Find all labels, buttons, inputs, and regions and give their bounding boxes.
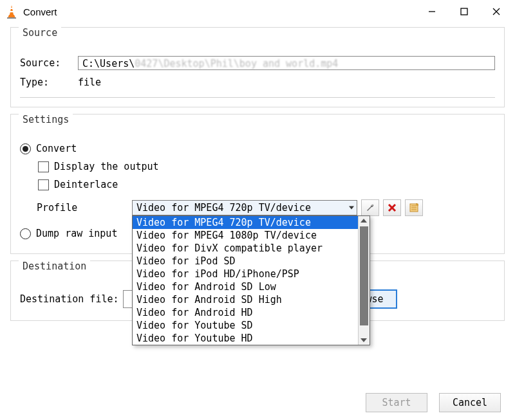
new-profile-icon — [409, 203, 419, 213]
window-title: Convert — [23, 6, 57, 17]
scroll-thumb[interactable] — [360, 226, 368, 325]
profile-option[interactable]: Video for Youtube HD — [133, 332, 358, 345]
source-group: Source Source: C:\Users\0427\Desktop\Phi… — [10, 27, 505, 107]
title-bar: Convert — [0, 0, 515, 23]
profile-option[interactable]: Video for DivX compatible player — [133, 242, 358, 255]
profile-option[interactable]: Video for Android HD — [133, 306, 358, 319]
profile-option[interactable]: Video for Android SD High — [133, 293, 358, 306]
source-legend: Source — [19, 27, 61, 39]
deinterlace-label: Deinterlace — [54, 179, 118, 190]
destination-file-label: Destination file: — [20, 293, 119, 305]
convert-radio-label: Convert — [36, 143, 77, 154]
display-output-checkbox[interactable] — [38, 161, 49, 172]
svg-rect-1 — [10, 8, 13, 9]
settings-legend: Settings — [19, 114, 73, 125]
dump-raw-label: Dump raw input — [36, 228, 117, 239]
source-path-blurred: 0427\Desktop\Phil\boy and world.mp4 — [135, 58, 338, 69]
new-profile-button[interactable] — [405, 199, 423, 216]
wrench-icon — [365, 203, 375, 213]
minimize-button[interactable] — [416, 1, 448, 22]
deinterlace-checkbox[interactable] — [38, 179, 49, 190]
profile-combo[interactable]: Video for MPEG4 720p TV/device Video for… — [132, 200, 357, 215]
svg-rect-2 — [10, 11, 14, 12]
type-label: Type: — [20, 77, 78, 88]
svg-marker-15 — [417, 203, 418, 205]
source-path-prefix: C:\Users\ — [82, 58, 135, 69]
scroll-up-icon[interactable] — [360, 219, 367, 223]
profile-option[interactable]: Video for Android SD Low — [133, 280, 358, 293]
type-value: file — [78, 77, 101, 88]
dialog-buttons: Start Cancel — [366, 393, 501, 412]
scroll-down-icon[interactable] — [360, 338, 367, 342]
profile-option[interactable]: Video for MPEG4 720p TV/device — [133, 216, 358, 229]
window-controls — [416, 1, 512, 22]
source-label: Source: — [20, 57, 78, 69]
display-output-label: Display the output — [54, 161, 159, 172]
cancel-button[interactable]: Cancel — [439, 393, 501, 412]
delete-profile-button[interactable] — [383, 199, 401, 216]
profile-option[interactable]: Video for Youtube SD — [133, 319, 358, 332]
convert-radio[interactable] — [20, 143, 31, 154]
destination-legend: Destination — [19, 260, 90, 272]
edit-profile-button[interactable] — [361, 199, 379, 216]
svg-marker-0 — [10, 5, 14, 15]
source-divider — [20, 97, 495, 98]
profile-option[interactable]: Video for iPod HD/iPhone/PSP — [133, 268, 358, 280]
svg-rect-6 — [461, 8, 467, 15]
start-button[interactable]: Start — [366, 393, 427, 412]
chevron-down-icon — [349, 206, 354, 210]
delete-icon — [388, 203, 397, 212]
profile-option[interactable]: Video for MPEG4 1080p TV/device — [133, 229, 358, 242]
profile-label: Profile — [37, 202, 132, 214]
maximize-button[interactable] — [448, 1, 480, 22]
dropdown-scrollbar[interactable] — [358, 216, 370, 345]
settings-group: Settings Convert Display the output Dein… — [10, 114, 505, 254]
profile-selected-value: Video for MPEG4 720p TV/device — [136, 202, 311, 214]
source-path-field[interactable]: C:\Users\0427\Desktop\Phil\boy and world… — [78, 56, 495, 70]
vlc-cone-icon — [5, 5, 18, 19]
close-button[interactable] — [480, 1, 512, 22]
profile-option[interactable]: Video for iPod SD — [133, 255, 358, 268]
profile-dropdown: Video for MPEG4 720p TV/deviceVideo for … — [132, 215, 370, 345]
profile-option-list: Video for MPEG4 720p TV/deviceVideo for … — [133, 216, 358, 345]
svg-rect-4 — [7, 17, 16, 19]
dump-raw-radio[interactable] — [20, 228, 31, 239]
